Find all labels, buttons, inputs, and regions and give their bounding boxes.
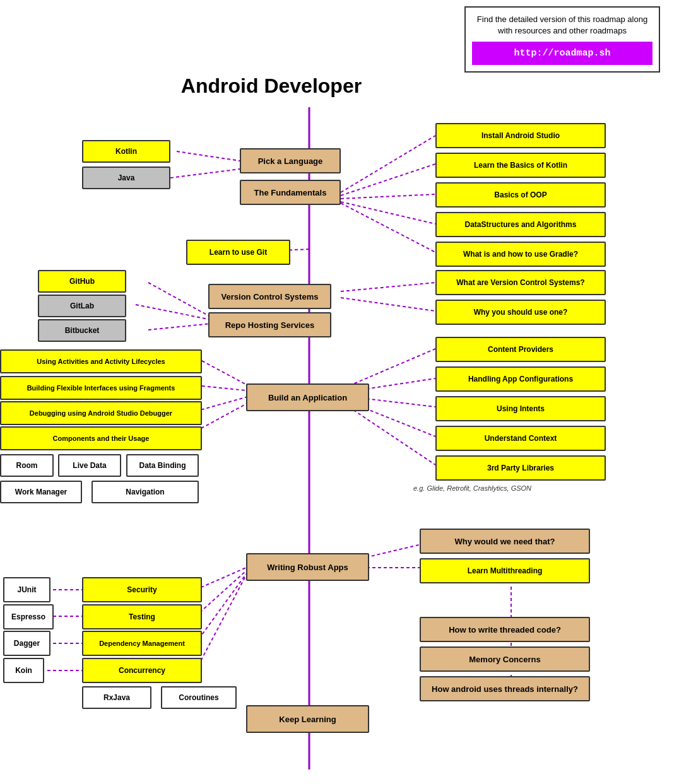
node-kotlin: Kotlin bbox=[82, 140, 170, 163]
roadmap-link[interactable]: http://roadmap.sh bbox=[472, 42, 652, 65]
svg-line-13 bbox=[341, 298, 435, 311]
node-fundamentals: The Fundamentals bbox=[240, 180, 341, 205]
node-security: Security bbox=[82, 577, 202, 602]
page-title: Android Developer bbox=[114, 74, 429, 98]
node-rxjava: RxJava bbox=[82, 686, 151, 709]
node-writing-robust: Writing Robust Apps bbox=[246, 553, 369, 581]
node-third-party: 3rd Party Libraries bbox=[435, 455, 606, 481]
node-keep-learning: Keep Learning bbox=[246, 705, 369, 733]
svg-line-2 bbox=[177, 151, 240, 161]
node-data-structures: DataStructures and Algorithms bbox=[435, 212, 606, 237]
svg-line-25 bbox=[196, 395, 252, 411]
node-repo-hosting: Repo Hosting Services bbox=[208, 312, 331, 337]
node-testing: Testing bbox=[82, 604, 202, 629]
node-build-app: Build an Application bbox=[246, 383, 369, 411]
node-workmanager: Work Manager bbox=[0, 481, 82, 503]
node-dep-management: Dependency Management bbox=[82, 631, 202, 656]
node-multithreading: Learn Multithreading bbox=[420, 558, 590, 583]
svg-line-15 bbox=[136, 305, 211, 320]
svg-line-5 bbox=[341, 164, 435, 196]
svg-line-31 bbox=[196, 575, 246, 670]
node-vcs: Version Control Systems bbox=[208, 284, 331, 309]
node-room: Room bbox=[0, 454, 54, 477]
node-dagger: Dagger bbox=[3, 631, 50, 656]
third-party-examples: e.g. Glide, Retrofit, Crashlytics, GSON bbox=[413, 484, 531, 492]
svg-line-4 bbox=[341, 136, 435, 192]
node-why-vcs: Why you should use one? bbox=[435, 300, 606, 325]
node-java: Java bbox=[82, 167, 170, 189]
svg-line-12 bbox=[341, 283, 435, 291]
node-fragments: Building Flexible Interfaces using Fragm… bbox=[0, 376, 202, 400]
node-pick-language: Pick a Language bbox=[240, 148, 341, 173]
node-activities: Using Activities and Activity Lifecycles bbox=[0, 349, 202, 373]
node-basics-oop: Basics of OOP bbox=[435, 182, 606, 208]
svg-line-24 bbox=[202, 386, 252, 391]
node-coroutines: Coroutines bbox=[161, 686, 237, 709]
node-understand-context: Understand Context bbox=[435, 426, 606, 451]
node-gradle: What is and how to use Gradle? bbox=[435, 242, 606, 267]
svg-line-7 bbox=[341, 202, 435, 224]
node-junit: JUnit bbox=[3, 577, 50, 602]
node-livedata: Live Data bbox=[58, 454, 121, 477]
info-box-text: Find the detailed version of this roadma… bbox=[477, 15, 647, 35]
node-learn-kotlin: Learn the Basics of Kotlin bbox=[435, 153, 606, 178]
node-learn-git: Learn to use Git bbox=[186, 240, 290, 265]
node-memory: Memory Concerns bbox=[420, 647, 590, 672]
node-threaded-code: How to write threaded code? bbox=[420, 617, 590, 642]
node-github: GitHub bbox=[38, 270, 126, 293]
node-concurrency: Concurrency bbox=[82, 658, 202, 683]
svg-line-22 bbox=[344, 404, 435, 465]
node-koin: Koin bbox=[3, 658, 44, 683]
node-handling-config: Handling App Configurations bbox=[435, 366, 606, 392]
svg-line-14 bbox=[148, 283, 211, 317]
node-navigation: Navigation bbox=[92, 481, 199, 503]
svg-line-3 bbox=[170, 169, 240, 178]
node-components: Components and their Usage bbox=[0, 426, 202, 450]
svg-line-6 bbox=[341, 194, 435, 199]
svg-line-23 bbox=[202, 361, 252, 388]
node-why-need: Why would we need that? bbox=[420, 529, 590, 554]
node-databinding: Data Binding bbox=[126, 454, 199, 477]
node-using-intents: Using Intents bbox=[435, 396, 606, 421]
svg-line-29 bbox=[196, 571, 246, 616]
node-gitlab: GitLab bbox=[38, 295, 126, 317]
info-box: Find the detailed version of this roadma… bbox=[464, 6, 660, 73]
svg-line-16 bbox=[148, 324, 211, 330]
node-bitbucket: Bitbucket bbox=[38, 319, 126, 342]
svg-line-28 bbox=[196, 568, 246, 590]
node-content-providers: Content Providers bbox=[435, 337, 606, 362]
node-what-vcs: What are Version Control Systems? bbox=[435, 270, 606, 295]
svg-line-18 bbox=[344, 349, 435, 388]
svg-line-30 bbox=[196, 574, 246, 643]
node-install-android: Install Android Studio bbox=[435, 123, 606, 148]
node-android-threads: How android uses threads internally? bbox=[420, 676, 590, 701]
node-espresso: Espresso bbox=[3, 604, 54, 629]
node-debugging: Debugging using Android Studio Debugger bbox=[0, 401, 202, 425]
svg-line-8 bbox=[341, 203, 435, 252]
